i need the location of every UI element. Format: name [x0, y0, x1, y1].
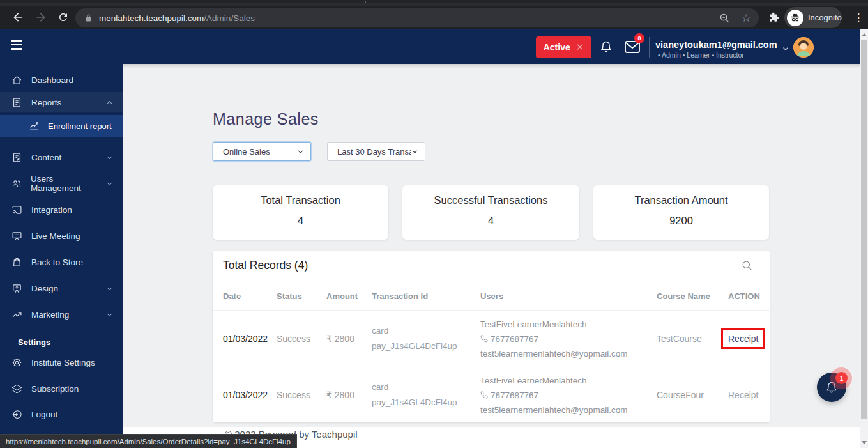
sales-type-select[interactable]: Online Sales [213, 142, 311, 161]
sidebar-item-integration[interactable]: Integration [0, 200, 123, 219]
incognito-label: Incognito [808, 13, 842, 22]
zoom-icon[interactable] [719, 13, 730, 24]
sidebar-settings-heading: Settings [18, 337, 50, 347]
sidebar-item-label: Live Meeting [31, 231, 80, 241]
column-header-course-name: Course Name [657, 291, 728, 301]
search-icon[interactable] [741, 259, 753, 272]
table-header-row: Date Status Amount Transaction Id Users … [213, 282, 770, 311]
chevron-down-icon [106, 285, 113, 292]
trending-up-icon [11, 309, 22, 320]
table-row: 01/03/2022 Success ₹ 2800 card pay_J1s4G… [213, 367, 770, 422]
page-scrollbar[interactable] [860, 29, 868, 448]
cell-status: Success [277, 334, 326, 344]
period-value: Last 30 Days Transactions [337, 147, 411, 157]
cell-transaction-id: card pay_J1s4GL4DcFl4up [372, 323, 480, 354]
extensions-button[interactable] [764, 8, 783, 27]
sidebar-item-label: Integration [31, 205, 72, 215]
column-header-date: Date [223, 291, 277, 301]
sidebar-item-label: Dashboard [31, 75, 73, 85]
address-bar[interactable]: menlahtech.teachpupil.com/Admin/Sales ☆ [75, 8, 759, 27]
sidebar-item-label: Marketing [31, 310, 69, 320]
back-button[interactable] [8, 8, 27, 27]
scrollbar-thumb[interactable] [861, 40, 867, 419]
scrollbar-down-arrow[interactable] [862, 441, 867, 444]
sidebar-item-design[interactable]: Design [0, 279, 123, 298]
column-header-amount: Amount [326, 291, 372, 301]
period-select[interactable]: Last 30 Days Transactions [327, 142, 425, 161]
active-label: Active [544, 42, 570, 52]
stat-value: 9200 [593, 215, 769, 227]
table-row: 01/03/2022 Success ₹ 2800 card pay_J1s4G… [213, 311, 770, 367]
cell-users: TestFiveLearnerMenlahtech 7677687767 tes… [480, 317, 657, 361]
receipt-link[interactable]: Receipt [721, 328, 765, 349]
sidebar-item-subscription[interactable]: Subscription [0, 379, 123, 398]
receipt-link[interactable]: Receipt [728, 390, 758, 400]
stat-label: Successful Transactions [402, 194, 579, 206]
bell-icon [600, 40, 613, 54]
header-shadow [123, 64, 860, 68]
sidebar-item-label: Institute Settings [31, 358, 95, 367]
sidebar-item-enrollment-report[interactable]: Enrollment report [0, 115, 123, 137]
records-panel: Total Records (4) Date Status Amount Tra… [213, 251, 770, 422]
forward-button[interactable] [31, 8, 50, 27]
report-icon [11, 97, 22, 108]
sidebar-toggle-button[interactable] [11, 40, 24, 50]
sidebar: Dashboard Reports Enrollment report Cont… [0, 64, 123, 448]
stat-card-successful-transactions: Successful Transactions 4 [402, 185, 579, 240]
user-email[interactable]: vianeytoukam1@gmail.com [655, 40, 777, 50]
sales-type-value: Online Sales [223, 147, 296, 157]
url-text: menlahtech.teachpupil.com/Admin/Sales [99, 13, 255, 23]
user-name: TestFiveLearnerMenlahtech [480, 320, 587, 329]
sidebar-item-label: Back to Store [31, 258, 83, 267]
user-name: TestFiveLearnerMenlahtech [480, 376, 587, 385]
sidebar-item-marketing[interactable]: Marketing [0, 305, 123, 324]
reload-button[interactable] [54, 8, 73, 27]
scrollbar-up-arrow[interactable] [862, 33, 867, 36]
presentation-icon [11, 231, 22, 242]
sidebar-item-logout[interactable]: Logout [0, 405, 123, 424]
sidebar-item-content[interactable]: Content [0, 148, 123, 167]
browser-window: menlahtech.teachpupil.com/Admin/Sales ☆ … [0, 0, 868, 448]
gear-icon [11, 357, 22, 368]
cell-users: TestFiveLearnerMenlahtech 7677687767 tes… [480, 373, 657, 417]
sidebar-item-label: Subscription [31, 384, 79, 394]
column-header-users: Users [480, 291, 657, 301]
active-status-button[interactable]: Active ✕ [536, 36, 591, 58]
sidebar-item-institute-settings[interactable]: Institute Settings [0, 353, 123, 372]
incognito-icon [787, 10, 803, 26]
browser-menu-button[interactable]: ⋮ [851, 8, 866, 26]
column-header-transaction-id: Transaction Id [372, 291, 480, 301]
sidebar-item-reports[interactable]: Reports [0, 92, 123, 112]
bookmark-star-icon[interactable]: ☆ [742, 13, 751, 24]
sidebar-item-users-management[interactable]: Users Management [0, 174, 123, 193]
sidebar-item-label: Logout [31, 410, 57, 419]
avatar[interactable] [793, 37, 814, 58]
cell-date: 01/03/2022 [223, 390, 277, 400]
sidebar-item-back-to-store[interactable]: Back to Store [0, 252, 123, 272]
close-icon[interactable]: ✕ [576, 42, 584, 53]
sidebar-item-dashboard[interactable]: Dashboard [0, 70, 123, 89]
cell-course-name: CourseFour [657, 390, 728, 400]
cast-icon [11, 205, 22, 215]
easel-icon [11, 283, 22, 294]
forward-arrow-icon [34, 11, 47, 24]
sidebar-item-label: Users Management [31, 174, 97, 193]
content-icon [11, 152, 22, 163]
stat-label: Total Transaction [213, 194, 388, 206]
header-divider [649, 37, 650, 58]
user-menu-chevron-down-icon[interactable] [782, 45, 789, 52]
chevron-down-icon [296, 148, 305, 156]
stat-value: 4 [213, 215, 388, 227]
sidebar-item-label: Design [31, 284, 58, 293]
layers-icon [11, 383, 22, 394]
payment-method: card [372, 326, 388, 336]
notifications-button[interactable] [600, 40, 613, 54]
sidebar-item-live-meeting[interactable]: Live Meeting [0, 226, 123, 245]
sidebar-item-label: Reports [31, 98, 61, 107]
chevron-down-icon [106, 311, 113, 318]
phone-icon [480, 335, 488, 343]
puzzle-icon [768, 12, 779, 23]
back-arrow-icon [11, 11, 24, 24]
home-icon [11, 75, 22, 86]
stat-card-total-transaction: Total Transaction 4 [213, 185, 388, 240]
